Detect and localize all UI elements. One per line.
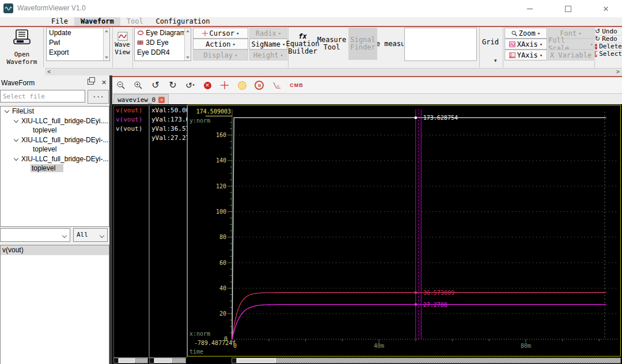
measure-tool-button[interactable]: Measure Tool	[317, 28, 347, 60]
panel-type-3d-eye[interactable]: 3D Eye	[135, 38, 191, 48]
grid-dropdown-caret[interactable]: ▾	[494, 58, 497, 63]
scrollbar-handle[interactable]	[154, 358, 172, 363]
minimize-button[interactable]	[517, 0, 543, 17]
maximize-icon	[565, 6, 571, 12]
menu-tab-file[interactable]: File	[45, 17, 74, 26]
scrollbar-grip[interactable]	[150, 358, 154, 363]
tree-toplevel-item[interactable]: toplevel	[1, 126, 109, 135]
dropdown-caret: ▾	[590, 42, 593, 47]
measure-button[interactable]: x	[268, 78, 285, 92]
chevron-down-icon[interactable]	[14, 136, 18, 141]
signal-name[interactable]: v(vout)	[114, 115, 149, 124]
signal-list-item[interactable]: v(vout)	[1, 245, 109, 255]
menu-tab-configuration[interactable]: Configuration	[150, 17, 217, 26]
x-tick-label: 0	[233, 343, 237, 349]
cursor-button[interactable]	[216, 78, 233, 92]
wave-view-button[interactable]: Wave View	[113, 28, 131, 60]
yaxis-button[interactable]: YAxis▾	[505, 50, 547, 60]
file-action-pwl[interactable]: Pwl	[47, 38, 109, 48]
zoom-out-button[interactable]	[112, 78, 130, 92]
equation-builder-button[interactable]: fx Equation Builder	[290, 28, 316, 60]
delete-button[interactable]: ✕Delete	[595, 43, 622, 51]
panel-type-eye-ddr4[interactable]: Eye DDR4	[135, 48, 191, 58]
tab-waveview-0[interactable]: waveview_0 ✕	[113, 94, 169, 105]
tree-file-item[interactable]: XIU-LLC_full_bridge-DEyi-...	[1, 135, 109, 145]
tree-toplevel-item-selected[interactable]: toplevel	[1, 164, 109, 173]
open-waveform-button[interactable]: Open Waveform	[1, 27, 44, 67]
plot-scrollbar[interactable]	[232, 358, 621, 363]
select-region-button[interactable]	[233, 78, 251, 92]
waveform-dock: WaveForm ✕ ... FileList XIU-LLC_full_bri…	[0, 75, 112, 364]
undo-icon: ↺	[151, 81, 159, 90]
action-button[interactable]: Action ▾	[193, 39, 248, 50]
ribbon: File Waveform Tool Configuration Open Wa…	[0, 17, 622, 76]
chevron-down-icon[interactable]	[5, 108, 9, 113]
ribbon-group-axis: Zoom▾ XAxis▾ YAxis▾ Font ▾ Full Scale▾ X…	[503, 27, 595, 67]
dock-float-button[interactable]	[88, 79, 94, 86]
scrollbar-track[interactable]	[135, 358, 147, 363]
menu-tab-waveform[interactable]: Waveform	[74, 17, 120, 26]
grid-button[interactable]: Grid	[480, 28, 501, 56]
delete-signal-button[interactable]: ✕	[199, 78, 216, 92]
dock-close-button[interactable]: ✕	[101, 79, 107, 86]
file-action-update[interactable]: Update	[47, 28, 109, 38]
waveform-plot[interactable]: 174.509003 y:norm x:norm 0 -789.487724f …	[187, 105, 621, 357]
cursor-button[interactable]: Cursor▾	[193, 28, 248, 39]
eye-measure-button[interactable]: ye measur	[377, 28, 404, 60]
file-tree: FileList XIU-LLC_full_bridge-DEyi.... to…	[0, 106, 109, 227]
signal-name[interactable]: v(vout)	[114, 124, 149, 134]
file-action-export[interactable]: Export	[47, 48, 109, 58]
search-signal-combobox[interactable]	[0, 228, 70, 242]
name-column-scrollbar[interactable]	[113, 358, 148, 363]
filter-combobox[interactable]: All	[73, 228, 108, 242]
redo-button[interactable]: ↻	[164, 78, 181, 92]
scrollbar-grip[interactable]	[232, 358, 237, 363]
panel-type-eye-diagram[interactable]: Eye Diagram	[135, 28, 191, 38]
dropdown-caret: ▾	[540, 53, 543, 58]
chevron-down-icon[interactable]	[14, 156, 18, 160]
tab-close-icon[interactable]: ✕	[158, 97, 165, 103]
tree-root[interactable]: FileList	[1, 107, 109, 116]
scrollbar-track[interactable]	[172, 358, 185, 363]
ribbon-scroll-left-icon[interactable]: <	[47, 69, 51, 75]
scrollbar-grip[interactable]	[114, 358, 119, 363]
dropdown-caret: ▾	[540, 42, 543, 47]
tree-file-item[interactable]: XIU-LLC_full_bridge-DEyi-...	[1, 154, 109, 164]
select-button[interactable]: Select	[595, 50, 622, 58]
list-scrollbar[interactable]	[184, 28, 191, 60]
ribbon-scroll-right-icon[interactable]: >	[616, 69, 620, 75]
zoom-button[interactable]: Zoom▾	[505, 28, 547, 39]
select-file-input[interactable]	[0, 90, 85, 103]
scrollbar-handle[interactable]	[237, 358, 276, 363]
menu-tab-tool[interactable]: Tool	[120, 17, 150, 26]
signame-button[interactable]: SigName ▾	[249, 39, 287, 50]
signal-name[interactable]: v(vout)	[114, 106, 149, 115]
close-button[interactable]: ✕	[593, 0, 619, 17]
value-column-scrollbar[interactable]	[149, 358, 186, 363]
undo-button[interactable]: ↺Undo	[595, 28, 622, 36]
undo-button[interactable]: ↺	[147, 78, 164, 92]
list-scrollbar[interactable]	[103, 28, 109, 60]
scrollbar-track[interactable]	[276, 358, 620, 363]
cmb-button[interactable]: CMB	[285, 78, 308, 92]
snapshot-button[interactable]	[251, 78, 268, 92]
menu-tabs: File Waveform Tool Configuration	[45, 17, 217, 26]
reset-zoom-button[interactable]: ↺•	[181, 78, 199, 92]
xaxis-button[interactable]: XAxis▾	[505, 39, 547, 50]
scrollbar-handle[interactable]	[119, 358, 135, 363]
zoom-in-button[interactable]	[130, 78, 147, 92]
xaxis-icon	[509, 41, 515, 47]
tree-toplevel-item[interactable]: toplevel	[1, 145, 109, 154]
cursor-value: yVal:27.27	[150, 134, 187, 143]
browse-button[interactable]: ...	[88, 90, 109, 104]
x-dim-label: time	[189, 348, 203, 355]
wave-tabbar: waveview_0 ✕	[112, 94, 622, 105]
ribbon-scrollbar[interactable]: < >	[45, 68, 622, 76]
tree-file-item[interactable]: XIU-LLC_full_bridge-DEyi....	[1, 116, 109, 126]
redo-button[interactable]: ↻Redo	[595, 35, 622, 43]
wave-view-icon	[117, 32, 128, 41]
chevron-down-icon[interactable]	[14, 117, 18, 122]
ribbon-group-utilities: fx Equation Builder Measure Tool Signal …	[289, 27, 480, 67]
cursor-value: yVal:173.6	[150, 115, 187, 124]
maximize-button[interactable]	[555, 0, 581, 17]
